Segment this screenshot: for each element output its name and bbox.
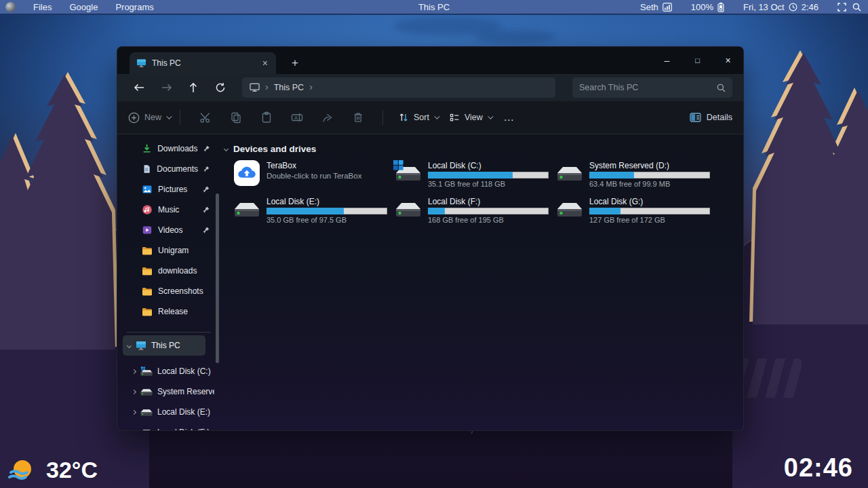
search-input[interactable] — [579, 83, 717, 92]
search-icon[interactable] — [852, 3, 861, 12]
sidebar-item-local-disk-f[interactable]: Local Disk (F:) — [117, 422, 220, 431]
svg-text:A: A — [294, 115, 298, 121]
chevron-down-icon[interactable] — [127, 343, 132, 348]
chevron-right-icon[interactable] — [132, 369, 136, 373]
chevron-right-icon[interactable] — [132, 430, 136, 431]
forward-button[interactable] — [153, 77, 180, 98]
sidebar-item-this-pc[interactable]: This PC — [123, 335, 205, 356]
sort-button[interactable]: Sort — [398, 112, 438, 123]
sidebar-item-unigram[interactable]: Unigram — [117, 240, 220, 261]
share-button[interactable] — [312, 106, 342, 129]
rename-button[interactable]: A — [281, 106, 312, 129]
command-bar: New — [117, 101, 743, 134]
user-indicator[interactable]: Seth — [640, 2, 672, 12]
details-button[interactable]: Details — [690, 113, 732, 122]
up-button[interactable] — [180, 77, 207, 98]
clipboard-icon — [260, 111, 273, 124]
battery-icon — [717, 2, 724, 12]
monitor-icon — [250, 83, 260, 92]
minimize-button[interactable]: – — [652, 47, 682, 74]
drive-item-f[interactable]: Local Disk (F:) 168 GB free of 195 GB — [395, 196, 557, 232]
sidebar-label: Pictures — [158, 185, 187, 194]
new-button[interactable]: New — [128, 112, 170, 124]
terabox-item[interactable]: TeraBox Double-click to run TeraBox — [234, 160, 395, 196]
sidebar-item-local-disk-e[interactable]: Local Disk (E:) — [117, 402, 220, 422]
back-button[interactable] — [125, 77, 153, 98]
sidebar-label: Documents — [157, 164, 198, 174]
sidebar-item-screenshots[interactable]: Screenshots — [117, 281, 220, 301]
capacity-bar — [428, 208, 549, 214]
item-description: Double-click to run TeraBox — [267, 172, 361, 180]
chevron-down-icon — [488, 113, 493, 119]
pin-icon — [203, 166, 210, 172]
chevron-right-icon[interactable] — [132, 409, 136, 414]
sidebar-scrollbar[interactable] — [216, 193, 219, 363]
drive-item-c[interactable]: Local Disk (C:) 35.1 GB free of 118 GB — [395, 160, 557, 196]
pine-trees-right — [732, 33, 868, 324]
tab-close-icon[interactable]: × — [261, 58, 269, 68]
menu-files[interactable]: Files — [33, 2, 52, 12]
scissors-icon — [199, 111, 212, 124]
delete-button[interactable] — [342, 106, 373, 129]
search-box[interactable] — [572, 77, 732, 98]
pin-icon — [203, 227, 210, 233]
folder-icon — [142, 287, 153, 296]
sidebar-item-videos[interactable]: Videos — [117, 220, 220, 240]
sidebar-item-documents[interactable]: Documents — [117, 159, 220, 179]
clock-indicator[interactable]: Fri, 13 Oct 2:46 — [743, 2, 818, 12]
capacity-fill — [428, 208, 445, 214]
drive-item-g[interactable]: Local Disk (G:) 127 GB free of 172 GB — [557, 196, 718, 232]
content-pane: Devices and drives TeraBox D — [224, 135, 743, 430]
close-button[interactable]: × — [713, 47, 743, 74]
refresh-button[interactable] — [207, 77, 234, 98]
navigation-bar: › This PC › — [117, 74, 743, 101]
battery-indicator[interactable]: 100% — [691, 2, 724, 12]
sidebar-label: System Reserved — [157, 387, 214, 396]
chevron-down-icon — [434, 113, 439, 119]
sidebar-label: downloads — [158, 266, 197, 276]
drive-icon — [395, 200, 421, 218]
network-signal-icon — [663, 3, 672, 12]
tab-this-pc[interactable]: This PC × — [130, 52, 276, 74]
view-button[interactable]: View — [449, 112, 492, 123]
capacity-bar — [589, 208, 710, 214]
sidebar-item-release[interactable]: Release — [117, 301, 220, 322]
breadcrumb-chevron-icon: › — [265, 82, 269, 92]
window-titlebar[interactable]: This PC × + – □ × — [117, 47, 743, 74]
toolbar-divider — [180, 110, 180, 125]
address-bar[interactable]: › This PC › — [242, 77, 555, 98]
drive-item-e[interactable]: Local Disk (E:) 35.0 GB free of 97.5 GB — [234, 196, 395, 232]
cut-button[interactable] — [190, 106, 220, 129]
capacity-bar — [428, 172, 549, 179]
pine-trees-left — [0, 58, 136, 350]
music-icon — [142, 204, 153, 215]
windows-logo-icon — [393, 160, 403, 170]
menu-programs[interactable]: Programs — [115, 2, 153, 12]
chevron-right-icon[interactable] — [132, 389, 136, 394]
breadcrumb-this-pc[interactable]: This PC — [274, 83, 304, 92]
menu-google[interactable]: Google — [69, 2, 98, 12]
more-button[interactable]: … — [497, 111, 521, 124]
sidebar-item-pictures[interactable]: Pictures — [117, 179, 220, 200]
copy-button[interactable] — [220, 106, 251, 129]
new-tab-button[interactable]: + — [287, 55, 303, 71]
sidebar-label: Release — [158, 307, 188, 316]
chevron-down-icon[interactable] — [224, 147, 229, 151]
sidebar-item-downloads[interactable]: Downloads — [117, 138, 220, 159]
sidebar-label: Music — [158, 205, 179, 214]
download-icon — [142, 143, 152, 154]
system-logo-icon[interactable] — [5, 2, 16, 12]
fullscreen-icon[interactable] — [837, 3, 846, 12]
sidebar-item-local-disk-c[interactable]: Local Disk (C:) — [117, 361, 220, 381]
free-space-label: 127 GB free of 172 GB — [589, 216, 710, 224]
section-devices-and-drives[interactable]: Devices and drives — [224, 144, 316, 154]
maximize-button[interactable]: □ — [682, 47, 713, 74]
item-name: Local Disk (F:) — [428, 197, 549, 206]
sidebar-item-music[interactable]: Music — [117, 200, 220, 220]
share-icon — [321, 111, 334, 124]
drive-item-d[interactable]: System Reserved (D:) 63.4 MB free of 99.… — [557, 160, 718, 196]
sidebar-item-downloads-folder[interactable]: downloads — [117, 261, 220, 281]
plus-circle-icon — [128, 112, 140, 124]
sidebar-item-system-reserved[interactable]: System Reserved — [117, 381, 220, 402]
paste-button[interactable] — [251, 106, 281, 129]
